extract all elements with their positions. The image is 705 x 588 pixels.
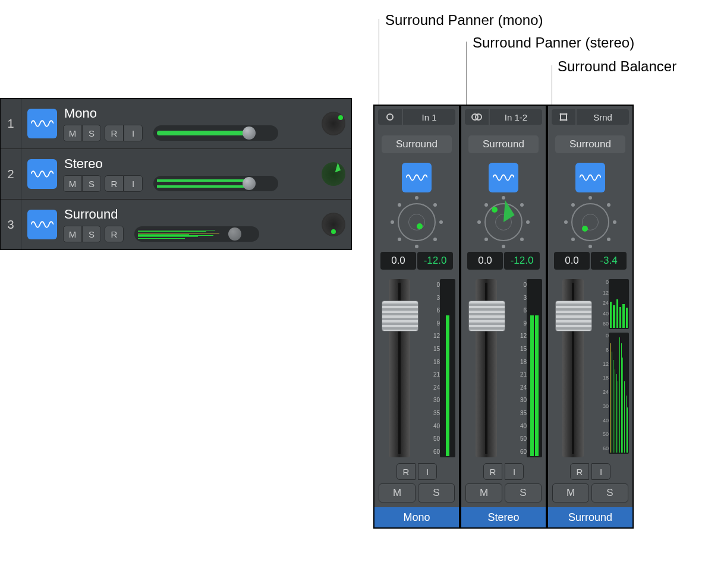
mute-button[interactable]: M <box>552 483 589 502</box>
record-enable-button[interactable]: R <box>483 463 502 480</box>
mute-button[interactable]: M <box>465 483 502 502</box>
mute-button[interactable]: M <box>63 226 82 242</box>
mixer-area: In 1 Surround 0.0 -12.0 <box>373 105 634 529</box>
surround-panner[interactable] <box>391 196 443 248</box>
fader-cap[interactable] <box>382 301 418 331</box>
fader-area: 03 69 1215 1821 2430 3540 5060 <box>374 279 459 457</box>
peak-readout[interactable]: -12.0 <box>504 252 540 270</box>
channel-strip: In 1 Surround 0.0 -12.0 <box>374 106 459 527</box>
waveform-icon[interactable] <box>575 163 605 192</box>
level-meter <box>440 279 455 457</box>
mute-button[interactable]: M <box>63 125 82 141</box>
track-body: Surround M S R <box>63 207 316 242</box>
gain-readout[interactable]: 0.0 <box>380 252 416 270</box>
volume-slider[interactable] <box>153 176 278 191</box>
send-button[interactable]: Surround <box>382 135 452 153</box>
volume-knob[interactable] <box>243 177 256 190</box>
volume-slider[interactable] <box>134 226 259 242</box>
send-button[interactable]: Surround <box>555 135 625 153</box>
input-monitor-button[interactable]: I <box>124 175 143 192</box>
volume-fill <box>157 131 246 135</box>
pan-dot <box>331 229 336 234</box>
track-number: 3 <box>1 200 21 249</box>
pan-knob[interactable] <box>320 211 347 238</box>
record-button[interactable]: R <box>105 125 124 141</box>
track-button-row: M S R I <box>63 175 316 192</box>
track-body: Stereo M S R I <box>63 156 316 192</box>
surround-balancer[interactable] <box>564 196 616 248</box>
input-selector[interactable]: Srnd <box>577 109 629 125</box>
waveform-icon-svg <box>31 218 53 231</box>
track-name[interactable]: Stereo <box>63 156 316 172</box>
panner-puck[interactable] <box>492 207 498 213</box>
track-row[interactable]: 2 Stereo M S R I <box>1 149 351 200</box>
surround-output-meter: 0 12 24 40 60 0 6 <box>597 279 629 454</box>
input-monitor-button[interactable]: I <box>418 463 437 480</box>
track-number: 2 <box>1 149 21 199</box>
record-button[interactable]: R <box>105 226 124 242</box>
surround-panner[interactable] <box>477 196 530 248</box>
track-name[interactable]: Surround <box>63 207 316 222</box>
track-row[interactable]: 3 Surround M S R <box>1 200 351 249</box>
input-monitor-button[interactable]: I <box>124 125 143 141</box>
waveform-icon-svg <box>31 117 53 130</box>
channel-mode-button[interactable] <box>552 109 575 125</box>
gain-readout[interactable]: 0.0 <box>467 252 503 270</box>
waveform-icon[interactable] <box>402 163 432 192</box>
solo-button[interactable]: S <box>591 483 628 502</box>
solo-button[interactable]: S <box>418 483 455 502</box>
pan-knob[interactable] <box>320 110 347 137</box>
send-button[interactable]: Surround <box>468 135 539 153</box>
mono-icon <box>386 113 394 121</box>
stereo-icon <box>471 113 482 121</box>
mute-button[interactable]: M <box>379 483 416 502</box>
svg-point-4 <box>560 113 562 115</box>
solo-button[interactable]: S <box>82 175 101 192</box>
svg-point-7 <box>566 119 568 121</box>
solo-button[interactable]: S <box>82 226 101 242</box>
input-selector[interactable]: In 1 <box>403 109 455 125</box>
fader-cap[interactable] <box>468 301 505 331</box>
input-selector[interactable]: In 1-2 <box>490 109 542 125</box>
record-enable-button[interactable]: R <box>570 463 589 480</box>
strip-name[interactable]: Surround <box>548 507 632 527</box>
callout-panner-mono: Surround Panner (mono) <box>385 12 543 29</box>
peak-readout[interactable]: -3.4 <box>591 252 627 270</box>
svg-rect-3 <box>561 114 566 120</box>
callout-balancer: Surround Balancer <box>558 58 676 75</box>
solo-button[interactable]: S <box>505 483 542 502</box>
peak-readout[interactable]: -12.0 <box>417 252 453 270</box>
io-bar: In 1 <box>378 109 455 125</box>
record-button[interactable]: R <box>105 175 124 192</box>
input-monitor-button[interactable]: I <box>505 463 524 480</box>
volume-slider[interactable] <box>153 125 278 141</box>
waveform-icon[interactable] <box>489 163 518 192</box>
gain-readout[interactable]: 0.0 <box>554 252 590 270</box>
track-row[interactable]: 1 Mono M S R I <box>1 99 351 149</box>
waveform-icon[interactable] <box>27 159 57 189</box>
track-name[interactable]: Mono <box>63 106 316 121</box>
channel-mode-button[interactable] <box>378 109 402 125</box>
panner-puck[interactable] <box>582 226 588 232</box>
channel-strip: Srnd Surround 0.0 -3.4 <box>548 106 632 527</box>
fader-cap[interactable] <box>555 301 592 331</box>
volume-knob[interactable] <box>243 127 256 140</box>
mute-button[interactable]: M <box>63 175 82 192</box>
solo-button[interactable]: S <box>82 125 101 141</box>
strip-name[interactable]: Stereo <box>461 507 546 527</box>
input-monitor-button[interactable]: I <box>591 463 610 480</box>
waveform-icon[interactable] <box>27 210 57 239</box>
meter-scale: 03 69 1215 1821 2430 3540 5060 <box>514 279 527 457</box>
panner-puck[interactable] <box>417 223 423 229</box>
svg-point-6 <box>560 119 562 121</box>
fader-area: 0 12 24 40 60 0 6 <box>548 279 632 457</box>
strip-name[interactable]: Mono <box>374 507 459 527</box>
svg-point-5 <box>566 113 568 115</box>
record-enable-button[interactable]: R <box>396 463 416 480</box>
waveform-icon[interactable] <box>27 109 57 138</box>
pan-knob[interactable] <box>320 161 347 187</box>
channel-strip: In 1-2 Surround 0.0 -12.0 <box>461 106 546 527</box>
track-list: 1 Mono M S R I <box>0 98 352 250</box>
channel-mode-button[interactable] <box>465 109 489 125</box>
volume-knob[interactable] <box>228 227 241 241</box>
